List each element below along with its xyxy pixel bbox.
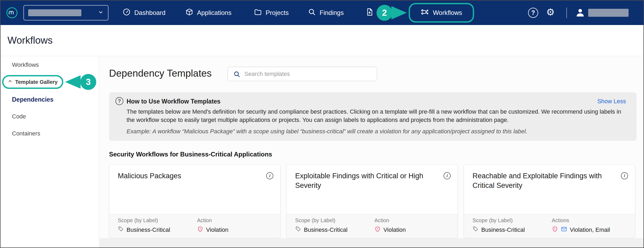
info-glyph: i (269, 173, 270, 179)
user-name-redacted (588, 9, 629, 17)
nav-findings[interactable]: Findings (308, 1, 344, 25)
sidebar-item-dependencies[interactable]: Dependencies (12, 96, 53, 103)
scope-label: Scope (by Label) (118, 217, 170, 224)
nav-reports[interactable] (365, 1, 374, 25)
card-title: Reachable and Exploitable Findings with … (472, 171, 612, 191)
nav-projects[interactable]: Projects (254, 1, 289, 25)
mend-logo-icon[interactable] (6, 7, 18, 20)
actions-value: Violation, Email (570, 226, 610, 233)
violation-shield-icon (374, 226, 381, 234)
annotation-step-3-badge: 3 (80, 74, 96, 90)
tag-icon (118, 226, 124, 234)
info-glyph: i (624, 173, 625, 179)
template-card-reachable-exploitable[interactable]: Reachable and Exploitable Findings with … (464, 164, 635, 238)
violation-shield-icon (552, 226, 558, 234)
chevron-down-icon (98, 9, 104, 16)
annotation-arrow-to-workflows (391, 6, 407, 19)
content-bottom-strip (99, 238, 644, 248)
sidebar-item-workflows[interactable]: Workflows (12, 61, 39, 68)
settings-gear-icon[interactable]: ⚙ (546, 7, 555, 17)
projects-folder-icon (254, 8, 262, 18)
chevron-up-icon (8, 79, 12, 85)
actions-column: Actions Violation, Email (552, 217, 610, 234)
scope-label: Scope (by Label) (472, 217, 525, 224)
card-footer: Scope (by Label) Business-Critical Actio… (464, 214, 635, 238)
help-glyph: ? (531, 9, 535, 16)
nav-dashboard-label: Dashboard (134, 9, 165, 16)
actions-label: Actions (552, 217, 610, 224)
organization-selector[interactable] (23, 5, 108, 20)
template-card-malicious-packages[interactable]: Malicious Packages i Scope (by Label) Bu… (109, 164, 281, 238)
sidebar-item-code[interactable]: Code (12, 113, 26, 120)
action-value: Violation (206, 226, 228, 233)
nav-workflows-label: Workflows (433, 9, 462, 16)
app-window: Dashboard Applications Projects (0, 0, 644, 248)
card-title: Malicious Packages (118, 171, 257, 181)
help-icon[interactable]: ? (528, 8, 538, 18)
nav-applications[interactable]: Applications (185, 1, 231, 25)
info-icon[interactable]: i (621, 172, 628, 179)
action-label: Action (374, 217, 406, 224)
action-column: Action Violation (374, 217, 406, 234)
tag-icon (295, 226, 301, 234)
annotation-arrow-to-template-gallery (65, 75, 81, 89)
action-column: Action Violation (197, 217, 228, 234)
annotation-step-2-number: 2 (382, 8, 387, 18)
info-glyph: i (446, 173, 448, 179)
scope-value: Business-Critical (304, 226, 348, 233)
page-header: Workflows (1, 25, 643, 56)
help-banner-example: Example: A workflow “Malicious Package” … (127, 128, 626, 135)
card-title: Exploitable Findings with Critical or Hi… (295, 171, 435, 191)
scope-column: Scope (by Label) Business-Critical (472, 217, 525, 234)
scope-column: Scope (by Label) Business-Critical (118, 217, 170, 234)
nav-dashboard[interactable]: Dashboard (123, 1, 165, 25)
report-document-icon (365, 8, 374, 18)
question-glyph: ? (118, 98, 121, 104)
card-footer: Scope (by Label) Business-Critical Actio… (287, 214, 458, 238)
page-title: Workflows (7, 35, 53, 46)
sidebar-item-containers[interactable]: Containers (12, 130, 40, 137)
card-footer: Scope (by Label) Business-Critical Actio… (109, 214, 280, 238)
template-search-box (228, 67, 377, 81)
scope-value: Business-Critical (481, 226, 525, 233)
tag-icon (472, 226, 479, 234)
search-input[interactable] (244, 67, 375, 81)
scope-column: Scope (by Label) Business-Critical (295, 217, 348, 234)
template-card-exploitable-findings[interactable]: Exploitable Findings with Critical or Hi… (286, 164, 458, 238)
annotation-step-3-number: 3 (86, 77, 91, 87)
nav-divider (566, 7, 567, 18)
action-label: Action (197, 217, 228, 224)
findings-search-icon (308, 8, 316, 18)
info-icon[interactable]: i (266, 172, 273, 179)
sidebar-item-template-gallery[interactable]: Template Gallery (2, 75, 63, 89)
action-value: Violation (383, 226, 406, 233)
dashboard-icon (123, 8, 131, 18)
annotation-step-2-badge: 2 (377, 5, 392, 21)
show-less-link[interactable]: Show Less (597, 98, 626, 105)
help-banner-title: How to Use Workflow Templates (127, 98, 220, 105)
user-avatar-icon[interactable] (575, 7, 586, 19)
main-content: Dependency Templates ? How to Use Workfl… (99, 56, 644, 248)
violation-shield-icon (197, 226, 203, 234)
help-banner-body: The templates below are Mend's definitio… (127, 108, 626, 124)
section-title: Security Workflows for Business-Critical… (109, 151, 272, 158)
search-icon (233, 71, 241, 79)
email-envelope-icon (561, 226, 567, 234)
question-icon: ? (115, 97, 123, 105)
scope-label: Scope (by Label) (295, 217, 348, 224)
nav-workflows-highlighted[interactable]: Workflows (409, 3, 474, 23)
org-name-redacted (28, 9, 81, 16)
workflows-icon (421, 8, 429, 18)
nav-projects-label: Projects (266, 9, 289, 16)
scope-value: Business-Critical (127, 226, 170, 233)
help-banner: ? How to Use Workflow Templates Show Les… (109, 92, 637, 141)
sidebar-item-template-gallery-label: Template Gallery (15, 79, 58, 85)
info-icon[interactable]: i (444, 172, 451, 179)
applications-icon (185, 8, 193, 18)
top-navigation-bar: Dashboard Applications Projects (1, 1, 643, 25)
nav-findings-label: Findings (320, 9, 344, 16)
nav-applications-label: Applications (197, 9, 231, 16)
dependency-templates-title: Dependency Templates (109, 68, 212, 79)
